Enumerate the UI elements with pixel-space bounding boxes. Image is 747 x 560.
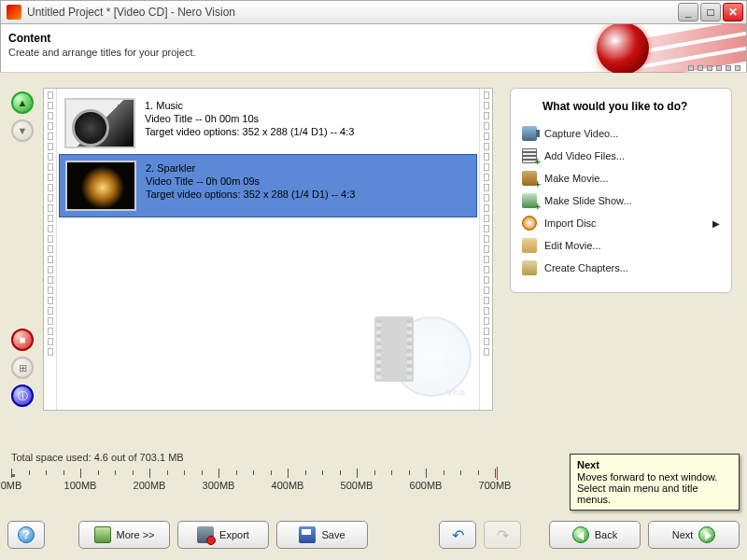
more-label: More >> <box>117 529 155 540</box>
grid-button[interactable]: ⊞ <box>11 357 34 379</box>
back-label: Back <box>595 529 617 540</box>
undo-button[interactable]: ↶ <box>439 521 476 549</box>
help-icon <box>18 526 35 543</box>
film-perforation-left <box>44 89 57 410</box>
clip-item-music[interactable]: 1. Music Video Title -- 0h 00m 10s Targe… <box>59 92 477 154</box>
undo-icon: ↶ <box>452 526 464 544</box>
action-label: Capture Video... <box>544 128 618 139</box>
action-make-slideshow[interactable]: Make Slide Show... <box>520 189 722 212</box>
space-used-label: Total space used: 4.6 out of 703.1 MB <box>11 452 184 463</box>
tooltip-body: Moves forward to next window. Select mai… <box>577 471 717 505</box>
clip-duration: Video Title -- 0h 00m 10s <box>145 113 472 124</box>
ruler-tick-label: 0MB <box>1 480 22 491</box>
action-label: Edit Movie... <box>544 240 601 251</box>
action-label: Import Disc <box>544 217 597 229</box>
delete-button[interactable]: ■ <box>11 329 34 351</box>
window-titlebar: Untitled Project * [Video CD] - Nero Vis… <box>0 0 747 24</box>
clip-list-panel: 1. Music Video Title -- 0h 00m 10s Targe… <box>43 88 493 411</box>
vcd-watermark: VCD <box>374 311 472 402</box>
film-add-icon <box>522 148 537 163</box>
disc-icon <box>522 216 537 231</box>
export-icon <box>197 526 214 543</box>
ruler-tick-label: 400MB <box>272 480 304 491</box>
move-down-button[interactable]: ▼ <box>11 119 34 142</box>
clip-thumbnail <box>65 161 136 211</box>
ruler-tick-label: 600MB <box>410 480 443 491</box>
help-button[interactable] <box>7 521 45 549</box>
clip-duration: Video Title -- 0h 00m 09s <box>146 175 471 187</box>
back-icon <box>572 526 589 543</box>
export-button[interactable]: Export <box>177 521 269 549</box>
clip-options: Target video options: 352 x 288 (1/4 D1)… <box>145 126 472 137</box>
move-up-button[interactable]: ▲ <box>11 91 34 114</box>
info-button[interactable]: ⓘ <box>11 385 34 407</box>
app-icon <box>7 5 21 20</box>
space-ruler: 0MB100MB200MB300MB400MB500MB600MB700MB <box>11 469 564 495</box>
save-button[interactable]: Save <box>276 521 368 549</box>
tooltip-title: Next <box>577 459 732 470</box>
redo-button[interactable]: ↷ <box>484 521 521 549</box>
redo-icon: ↷ <box>497 526 509 544</box>
close-button[interactable]: ✕ <box>723 3 743 21</box>
clip-thumbnail <box>64 98 135 148</box>
edit-icon <box>522 238 537 253</box>
action-add-video-files[interactable]: Add Video Files... <box>520 145 722 167</box>
action-import-disc[interactable]: Import Disc ▶ <box>520 212 722 234</box>
action-edit-movie[interactable]: Edit Movie... <box>520 234 722 257</box>
export-label: Export <box>219 529 249 540</box>
movie-icon <box>522 171 537 186</box>
next-tooltip: Next Moves forward to next window. Selec… <box>570 454 740 511</box>
window-title: Untitled Project * [Video CD] - Nero Vis… <box>27 6 678 19</box>
back-button[interactable]: Back <box>549 521 641 549</box>
film-perforation-right <box>479 89 492 410</box>
action-label: Make Slide Show... <box>544 195 632 206</box>
ruler-tick-label: 200MB <box>134 480 166 491</box>
ruler-tick-label: 500MB <box>341 480 374 491</box>
next-button[interactable]: Next <box>648 521 740 549</box>
clip-item-sparkler[interactable]: 2. Sparkler Video Title -- 0h 00m 09s Ta… <box>59 154 477 217</box>
ruler-tick-label: 700MB <box>479 480 512 491</box>
clip-title: 2. Sparkler <box>146 162 471 174</box>
action-label: Create Chapters... <box>544 262 628 273</box>
minimize-button[interactable]: _ <box>678 3 698 21</box>
watermark-label: VCD <box>447 388 466 397</box>
more-icon <box>94 526 111 543</box>
chevron-right-icon: ▶ <box>712 218 720 229</box>
next-icon <box>698 526 715 543</box>
save-icon <box>299 526 316 543</box>
bottom-toolbar: More >> Export Save ↶ ↷ Back Next <box>0 519 747 551</box>
action-make-movie[interactable]: Make Movie... <box>520 167 722 189</box>
action-panel: What would you like to do? Capture Video… <box>510 88 732 293</box>
camera-icon <box>522 126 537 141</box>
maximize-button[interactable]: □ <box>700 3 721 21</box>
action-panel-title: What would you like to do? <box>543 100 722 113</box>
page-header: Content Create and arrange titles for yo… <box>0 24 747 73</box>
slideshow-icon <box>522 193 537 208</box>
action-label: Add Video Files... <box>544 150 625 161</box>
action-capture-video[interactable]: Capture Video... <box>520 122 722 145</box>
action-create-chapters[interactable]: Create Chapters... <box>520 257 722 279</box>
clip-title: 1. Music <box>145 100 472 111</box>
ruler-tick-label: 300MB <box>203 480 235 491</box>
save-label: Save <box>321 529 345 540</box>
action-label: Make Movie... <box>544 173 608 184</box>
more-button[interactable]: More >> <box>78 521 170 549</box>
clip-options: Target video options: 352 x 288 (1/4 D1)… <box>146 189 471 200</box>
header-decoration <box>559 24 746 73</box>
ruler-tick-label: 100MB <box>64 480 97 491</box>
next-label: Next <box>672 529 694 540</box>
chapters-icon <box>522 260 537 275</box>
